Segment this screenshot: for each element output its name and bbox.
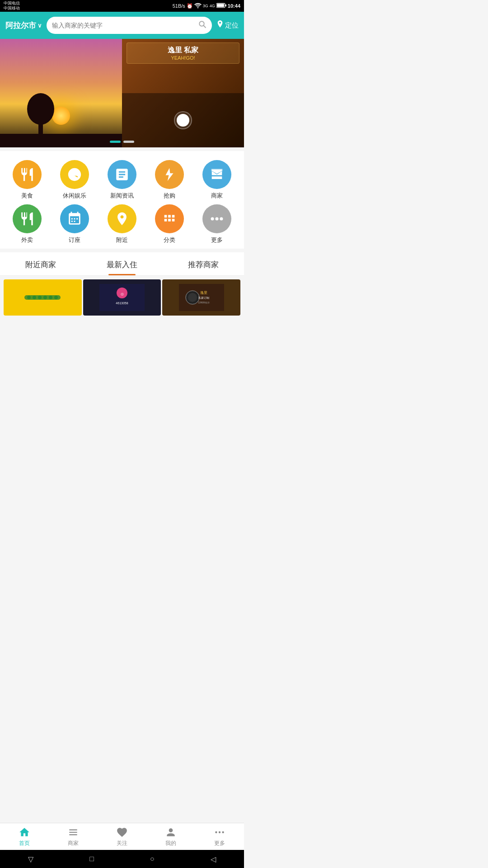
category-label-text: 分类 bbox=[164, 236, 175, 244]
category-icon-bg bbox=[155, 204, 184, 233]
svg-line-5 bbox=[203, 25, 206, 28]
booking-icon-bg bbox=[60, 204, 89, 233]
nearby-icon-bg bbox=[108, 204, 136, 233]
dot-1 bbox=[110, 141, 121, 143]
banner-left bbox=[0, 39, 122, 147]
nearby-label: 附近 bbox=[116, 236, 128, 244]
search-icon bbox=[198, 20, 206, 30]
merchant-icon-bg bbox=[202, 160, 231, 189]
svg-point-19 bbox=[49, 296, 52, 299]
category-grid: 美食 休闲娱乐 新闻资讯 抢购 bbox=[5, 160, 239, 244]
svg-text:1286阿拉尔: 1286阿拉尔 bbox=[198, 301, 210, 304]
status-right: 51B/s ⏰ 3G 4G 10:44 bbox=[173, 3, 240, 9]
signal-3g-icon: 3G bbox=[203, 4, 208, 8]
banner-right: 逸里 私家 YEAH!GO! bbox=[122, 39, 244, 147]
tab-newest[interactable]: 最新入住 bbox=[81, 252, 163, 275]
header: 阿拉尔市 ∨ 定位 bbox=[0, 12, 244, 39]
leisure-icon-bg bbox=[60, 160, 89, 189]
banner: 逸里 私家 YEAH!GO! bbox=[0, 39, 244, 147]
svg-point-16 bbox=[33, 296, 36, 299]
tabs-header: 附近商家 最新入住 推荐商家 bbox=[0, 252, 244, 276]
tab-nearby-merchants[interactable]: 附近商家 bbox=[0, 252, 81, 275]
svg-rect-9 bbox=[211, 169, 223, 171]
news-label: 新闻资讯 bbox=[110, 192, 134, 200]
dot-2 bbox=[123, 141, 134, 143]
category-leisure[interactable]: 休闲娱乐 bbox=[52, 160, 97, 200]
carrier-info: 中国电信 中国移动 bbox=[4, 1, 20, 11]
svg-point-11 bbox=[215, 217, 218, 220]
svg-text:逸里: 逸里 bbox=[200, 291, 207, 295]
category-takeout[interactable]: 外卖 bbox=[5, 204, 50, 244]
location-label: 定位 bbox=[225, 21, 239, 30]
network-speed: 51B/s bbox=[173, 3, 185, 9]
food-icon-bg bbox=[13, 160, 42, 189]
svg-text:◎: ◎ bbox=[120, 292, 123, 296]
svg-point-20 bbox=[54, 296, 58, 299]
svg-rect-2 bbox=[225, 5, 226, 7]
more-label: 更多 bbox=[211, 236, 223, 244]
svg-point-4 bbox=[199, 21, 204, 26]
tab-recommended[interactable]: 推荐商家 bbox=[163, 252, 244, 275]
signal-4g-icon: 4G bbox=[210, 4, 215, 8]
svg-point-18 bbox=[43, 296, 47, 299]
svg-point-15 bbox=[27, 296, 31, 299]
news-icon-bg bbox=[108, 160, 136, 189]
category-food[interactable]: 美食 bbox=[5, 160, 50, 200]
dropdown-icon: ∨ bbox=[38, 22, 42, 29]
category-nearby[interactable]: 附近 bbox=[99, 204, 145, 244]
merchant-img-2: ◎ 4613058 bbox=[83, 279, 161, 316]
takeout-icon-bg bbox=[13, 204, 42, 233]
merchant-img-3: 逸里 私家订制 1286阿拉尔 bbox=[162, 279, 240, 316]
flash-icon-bg bbox=[155, 160, 184, 189]
merchant-card-2[interactable]: ◎ 4613058 bbox=[83, 279, 161, 316]
tree-silhouette bbox=[23, 89, 59, 134]
wifi-icon bbox=[194, 3, 202, 9]
alarm-icon: ⏰ bbox=[187, 3, 193, 9]
svg-text:私家订制: 私家订制 bbox=[198, 296, 209, 299]
takeout-label: 外卖 bbox=[21, 236, 33, 244]
booking-label: 订座 bbox=[69, 236, 80, 244]
svg-point-0 bbox=[197, 7, 198, 8]
banner-dots bbox=[110, 141, 134, 143]
merchant-card-3[interactable]: 逸里 私家订制 1286阿拉尔 bbox=[162, 279, 240, 316]
category-more[interactable]: 更多 bbox=[194, 204, 239, 244]
svg-text:4613058: 4613058 bbox=[116, 302, 128, 305]
status-bar: 中国电信 中国移动 51B/s ⏰ 3G 4G bbox=[0, 0, 244, 12]
search-input[interactable] bbox=[52, 22, 196, 29]
merchant-img-1 bbox=[4, 279, 82, 316]
battery-icon bbox=[216, 3, 226, 9]
more-icon-bg bbox=[202, 204, 231, 233]
flash-label: 抢购 bbox=[164, 192, 175, 200]
svg-point-12 bbox=[220, 217, 223, 220]
svg-point-27 bbox=[188, 293, 197, 302]
category-merchant[interactable]: 商家 bbox=[194, 160, 239, 200]
time: 10:44 bbox=[228, 3, 240, 9]
svg-point-17 bbox=[38, 296, 42, 299]
food-label: 美食 bbox=[21, 192, 33, 200]
merchant-card-1[interactable] bbox=[4, 279, 82, 316]
svg-point-7 bbox=[27, 93, 54, 125]
svg-point-10 bbox=[211, 217, 214, 220]
category-category[interactable]: 分类 bbox=[147, 204, 192, 244]
location-button[interactable]: 定位 bbox=[216, 20, 239, 31]
category-section: 美食 休闲娱乐 新闻资讯 抢购 bbox=[0, 151, 244, 249]
category-flash[interactable]: 抢购 bbox=[147, 160, 192, 200]
category-news[interactable]: 新闻资讯 bbox=[99, 160, 145, 200]
city-selector[interactable]: 阿拉尔市 ∨ bbox=[5, 20, 42, 31]
svg-rect-3 bbox=[217, 4, 224, 7]
tabs-section: 附近商家 最新入住 推荐商家 bbox=[0, 252, 244, 316]
leisure-label: 休闲娱乐 bbox=[63, 192, 86, 200]
search-bar[interactable] bbox=[47, 17, 212, 34]
city-name: 阿拉尔市 bbox=[5, 20, 36, 31]
merchant-grid: ◎ 4613058 逸里 私家订制 1286阿拉尔 bbox=[0, 276, 244, 316]
location-icon bbox=[216, 20, 224, 31]
category-booking[interactable]: 订座 bbox=[52, 204, 97, 244]
merchant-label: 商家 bbox=[211, 192, 223, 200]
